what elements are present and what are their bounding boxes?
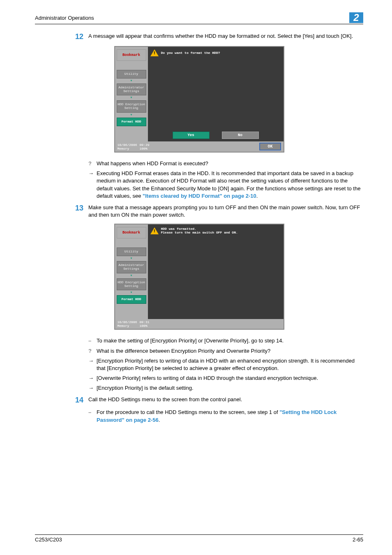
crumb-admin-settings[interactable]: Administrator Settings (117, 261, 146, 273)
note-answer: [Encryption Priority] is the default set… (97, 384, 363, 392)
step-12-notes: ? What happens when HDD Format is execut… (88, 160, 363, 200)
chapter-number: 2 (349, 12, 363, 23)
chevron-down-icon: ▾ (117, 257, 146, 260)
crumb-utility[interactable]: Utility (117, 247, 146, 256)
device-message-line1: HDD was formatted. (161, 227, 238, 231)
arrow-right-icon: → (88, 375, 97, 382)
crumb-hdd-encryption[interactable]: HDD Encryption Setting (117, 278, 146, 291)
step-14: 14 Call the HDD Settings menu to the scr… (35, 396, 363, 405)
crumb-format-hdd[interactable]: Format HDD (117, 295, 146, 304)
chevron-down-icon: ▾ (117, 113, 146, 117)
status-memory-value: 100% (140, 324, 148, 328)
device-status-bar: 10/06/2006 Memory 09:31 100% (115, 319, 284, 329)
chevron-down-icon: ▾ (117, 79, 146, 83)
step-12: 12 A message will appear that confirms w… (35, 32, 363, 41)
ok-button[interactable]: OK (259, 143, 281, 150)
step-14-notes: – For the procedure to call the HDD Sett… (88, 409, 363, 423)
no-button[interactable]: No (222, 132, 259, 139)
dash-icon: – (88, 409, 97, 423)
device-screenshot-2: Bookmark Utility ▾ Administrator Setting… (35, 224, 363, 330)
status-time: 09:31 (140, 320, 150, 324)
chevron-down-icon: ▾ (117, 274, 146, 278)
step-13: 13 Make sure that a message appears prom… (35, 204, 363, 219)
bookmark-tab[interactable]: Bookmark (117, 49, 146, 61)
status-memory-label: Memory (118, 147, 129, 150)
status-date: 10/06/2006 (118, 143, 137, 147)
chevron-down-icon: ▾ (117, 291, 146, 294)
note-question: What is the difference between Encryptio… (97, 347, 363, 355)
device-main-panel: Do you want to format the HDD? Yes No (148, 47, 284, 141)
step-13-notes: – To make the setting of [Encryption Pri… (88, 337, 363, 392)
device-status-bar: 10/06/2006 Memory 09:29 100% OK (115, 141, 284, 152)
yes-button[interactable]: Yes (173, 132, 210, 139)
step-number: 13 (68, 204, 88, 219)
warning-icon (150, 49, 159, 56)
device-message: Do you want to format the HDD? (161, 51, 220, 55)
device-screenshot-1: Bookmark Utility ▾ Administrator Setting… (35, 46, 363, 153)
arrow-right-icon: → (88, 384, 97, 392)
bookmark-tab[interactable]: Bookmark (117, 227, 146, 238)
crumb-format-hdd[interactable]: Format HDD (117, 118, 146, 126)
question-icon: ? (88, 160, 97, 167)
crumb-admin-settings[interactable]: Administrator Settings (117, 83, 146, 96)
arrow-right-icon: → (88, 170, 97, 200)
step-text: A message will appear that confirms whet… (88, 32, 363, 41)
dash-icon: – (88, 337, 97, 345)
page-footer: C253/C203 2-65 (35, 534, 363, 543)
status-memory-label: Memory (118, 324, 129, 328)
device-sidebar: Bookmark Utility ▾ Administrator Setting… (115, 224, 148, 319)
step-number: 14 (68, 396, 88, 405)
step-number: 12 (68, 32, 88, 41)
page-header: Administrator Operations 2 (35, 12, 363, 24)
question-icon: ? (88, 347, 97, 355)
section-title: Administrator Operations (35, 15, 94, 21)
note-dash: For the procedure to call the HDD Settin… (97, 409, 363, 423)
note-dash: To make the setting of [Encryption Prior… (97, 337, 363, 345)
step-text: Call the HDD Settings menu to the screen… (88, 396, 363, 405)
note-answer: [Overwrite Priority] refers to writing o… (97, 375, 363, 382)
status-date: 10/06/2006 (118, 320, 137, 324)
device-sidebar: Bookmark Utility ▾ Administrator Setting… (115, 47, 148, 141)
note-question: What happens when HDD Format is executed… (97, 160, 363, 167)
footer-model: C253/C203 (35, 536, 62, 543)
chevron-down-icon: ▾ (117, 96, 146, 99)
note-answer: [Encryption Priority] refers to writing … (97, 357, 363, 372)
status-memory-value: 100% (140, 147, 148, 150)
crumb-hdd-encryption[interactable]: HDD Encryption Setting (117, 100, 146, 113)
crumb-utility[interactable]: Utility (117, 70, 146, 79)
device-message-line2: Please turn the main switch OFF and ON. (161, 231, 238, 234)
footer-page: 2-65 (353, 536, 363, 543)
warning-icon (150, 227, 159, 234)
note-answer: Executing HDD Format erases data in the … (97, 170, 363, 200)
arrow-right-icon: → (88, 357, 97, 372)
step-text: Make sure that a message appears prompti… (88, 204, 363, 219)
status-time: 09:29 (140, 143, 150, 147)
link-items-cleared[interactable]: "Items cleared by HDD Format" on page 2-… (143, 193, 256, 199)
device-main-panel: HDD was formatted. Please turn the main … (148, 224, 284, 319)
